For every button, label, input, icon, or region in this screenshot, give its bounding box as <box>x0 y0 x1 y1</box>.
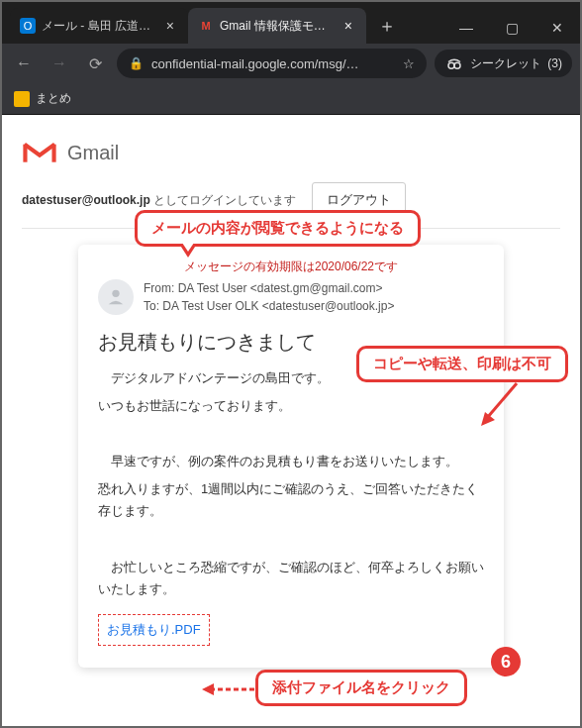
outlook-favicon-icon: O <box>20 18 36 34</box>
forward-button[interactable]: → <box>46 50 73 77</box>
gmail-title: Gmail <box>67 142 119 164</box>
close-icon[interactable]: × <box>340 18 356 34</box>
address-bar[interactable]: 🔒 confidential-mail.google.com/msg/… ☆ <box>117 49 427 78</box>
tab-outlook[interactable]: O メール - 島田 広道参 - … × <box>10 8 188 44</box>
svg-line-5 <box>487 383 517 418</box>
maximize-button[interactable]: ▢ <box>489 12 534 44</box>
message-body: デジタルアドバンテージの島田です。 いつもお世話になっております。 早速ですが、… <box>98 367 484 600</box>
attachment-area: お見積もり.PDF <box>98 614 484 646</box>
incognito-icon <box>444 53 464 73</box>
step-badge: 6 <box>491 647 521 676</box>
expiration-notice: メッセージの有効期限は2020/06/22です <box>98 259 484 275</box>
svg-rect-2 <box>23 145 27 162</box>
svg-point-0 <box>448 62 454 68</box>
close-icon[interactable]: × <box>162 18 178 34</box>
lock-icon: 🔒 <box>129 56 144 70</box>
from-line: From: DA Test User <datest.gm@gmail.com> <box>144 279 394 297</box>
incognito-indicator[interactable]: シークレット (3) <box>435 50 572 77</box>
folder-icon <box>14 91 30 107</box>
incognito-count: (3) <box>547 56 562 70</box>
incognito-label: シークレット <box>470 55 541 72</box>
tab-title: Gmail 情報保護モード <box>220 18 335 35</box>
svg-point-4 <box>112 290 119 297</box>
tab-gmail-confidential[interactable]: M Gmail 情報保護モード × <box>188 8 366 44</box>
bookmark-label: まとめ <box>36 90 71 107</box>
annotation-arrow-icon <box>200 678 259 700</box>
annotation-callout: コピーや転送、印刷は不可 <box>356 346 568 382</box>
svg-marker-6 <box>481 412 495 426</box>
tab-strip: O メール - 島田 広道参 - … × M Gmail 情報保護モード × ＋ <box>2 8 443 44</box>
close-window-button[interactable]: ✕ <box>534 12 580 44</box>
annotation-callout: メールの内容が閲覧できるようになる <box>135 210 421 247</box>
tab-title: メール - 島田 広道参 - … <box>42 18 156 35</box>
avatar-icon <box>98 279 134 315</box>
attachment-link[interactable]: お見積もり.PDF <box>98 614 210 646</box>
new-tab-button[interactable]: ＋ <box>366 8 408 44</box>
bookmark-star-icon[interactable]: ☆ <box>403 56 415 71</box>
annotation-callout: 添付ファイル名をクリック <box>255 670 467 706</box>
minimize-button[interactable]: — <box>443 12 489 44</box>
svg-point-1 <box>454 62 460 68</box>
annotation-arrow-icon <box>477 378 527 428</box>
bookmark-item[interactable]: まとめ <box>14 90 71 107</box>
gmail-logo-icon <box>22 139 57 166</box>
login-status: datestuser@outlook.jp としてログインしています <box>22 192 296 209</box>
reload-button[interactable]: ⟳ <box>81 50 109 77</box>
svg-rect-3 <box>51 145 55 162</box>
svg-marker-8 <box>202 683 214 695</box>
to-line: To: DA Test User OLK <datestuser@outlook… <box>144 297 394 315</box>
back-button[interactable]: ← <box>10 50 38 77</box>
message-card: メッセージの有効期限は2020/06/22です From: DA Test Us… <box>78 245 504 668</box>
gmail-favicon-icon: M <box>198 18 214 34</box>
url-text: confidential-mail.google.com/msg/… <box>151 56 395 71</box>
